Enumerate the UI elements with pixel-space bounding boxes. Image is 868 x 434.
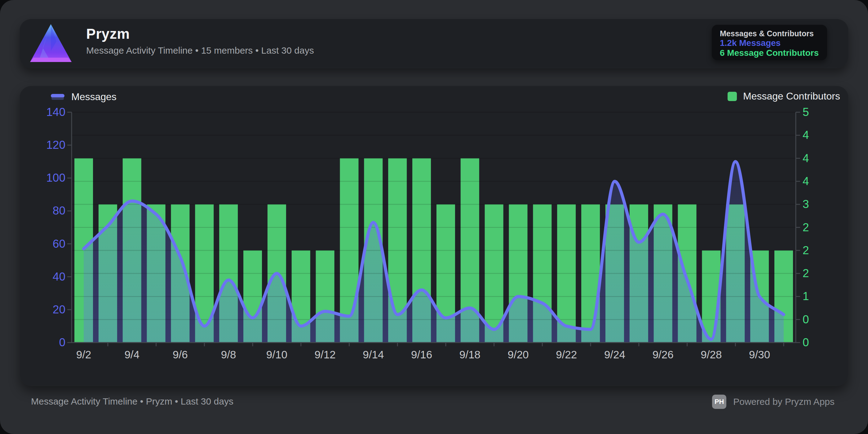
right-axis-label: 2 xyxy=(803,244,809,257)
legend-contributors-label: Message Contributors xyxy=(743,91,840,102)
x-axis-label: 9/24 xyxy=(604,348,625,361)
messages-line-swatch-icon xyxy=(51,94,64,100)
left-axis-label: 0 xyxy=(59,336,65,349)
x-axis-label: 9/30 xyxy=(749,348,770,361)
left-axis-label: 140 xyxy=(46,106,65,118)
x-axis-label: 9/12 xyxy=(315,348,336,361)
stats-title: Messages & Contributors xyxy=(720,29,819,38)
right-axis-label: 3 xyxy=(803,198,809,211)
left-axis-label: 80 xyxy=(53,204,65,217)
contributors-square-swatch-icon xyxy=(727,92,737,101)
stat-messages-total: 1.2k Messages xyxy=(720,38,819,48)
x-axis-label: 9/6 xyxy=(173,348,188,361)
chart-card: 020406080100120140544432221009/29/49/69/… xyxy=(20,86,848,386)
dashboard-page: Pryzm Message Activity Timeline • 15 mem… xyxy=(0,0,868,434)
x-axis-label: 9/10 xyxy=(266,348,287,361)
footer-caption: Message Activity Timeline • Pryzm • Last… xyxy=(31,396,234,407)
right-axis-label: 1 xyxy=(803,290,809,303)
left-axis-label: 40 xyxy=(53,270,65,283)
activity-chart[interactable]: 020406080100120140544432221009/29/49/69/… xyxy=(20,86,849,386)
legend-item-contributors[interactable]: Message Contributors xyxy=(727,91,840,102)
x-axis-label: 9/26 xyxy=(653,348,674,361)
stats-summary-box: Messages & Contributors 1.2k Messages 6 … xyxy=(712,25,827,60)
left-axis-label: 20 xyxy=(53,303,65,316)
left-axis-label: 120 xyxy=(46,138,65,151)
x-axis-label: 9/14 xyxy=(363,348,384,361)
footer-branding: PH Powered by Pryzm Apps xyxy=(712,393,835,411)
right-axis-label: 2 xyxy=(803,267,809,280)
page-title: Pryzm xyxy=(86,25,130,42)
page-subtitle: Message Activity Timeline • 15 members •… xyxy=(86,45,314,56)
powered-by-label: Powered by Pryzm Apps xyxy=(733,397,835,407)
x-axis-label: 9/22 xyxy=(556,348,577,361)
right-axis-label: 4 xyxy=(803,152,809,165)
x-axis-label: 9/20 xyxy=(507,348,529,361)
stat-contributors-total: 6 Message Contributors xyxy=(720,48,819,58)
left-axis-label: 100 xyxy=(46,172,65,184)
right-axis-label: 5 xyxy=(803,106,809,118)
ph-badge-icon: PH xyxy=(712,395,726,409)
right-axis-label: 4 xyxy=(803,175,809,188)
x-axis-label: 9/18 xyxy=(459,348,480,361)
x-axis-label: 9/4 xyxy=(124,348,140,361)
x-axis-label: 9/2 xyxy=(76,348,91,361)
right-axis-label: 4 xyxy=(803,129,809,142)
left-axis-label: 60 xyxy=(53,238,65,250)
legend-item-messages[interactable]: Messages xyxy=(51,91,117,103)
footer: Message Activity Timeline • Pryzm • Last… xyxy=(0,393,868,411)
x-axis-label: 9/28 xyxy=(701,348,722,361)
legend-messages-label: Messages xyxy=(71,91,117,103)
x-axis-label: 9/16 xyxy=(411,348,432,361)
right-axis-label: 2 xyxy=(803,221,809,234)
header-card: Pryzm Message Activity Timeline • 15 mem… xyxy=(20,19,848,68)
x-axis-label: 9/8 xyxy=(221,348,236,361)
pryzm-logo-icon xyxy=(29,23,72,64)
right-axis-label: 0 xyxy=(803,336,809,349)
right-axis-label: 0 xyxy=(803,313,809,326)
